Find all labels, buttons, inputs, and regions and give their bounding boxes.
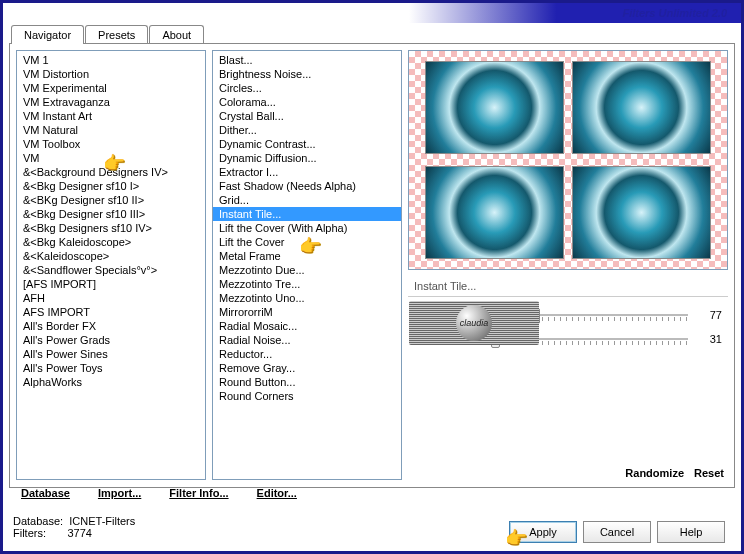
cancel-button[interactable]: Cancel <box>583 521 651 543</box>
list-item[interactable]: VM <box>17 151 205 165</box>
list-item[interactable]: Blast... <box>213 53 401 67</box>
list-item[interactable]: Extractor I... <box>213 165 401 179</box>
list-item[interactable]: All's Power Sines <box>17 347 205 361</box>
list-item[interactable]: Radial Noise... <box>213 333 401 347</box>
list-item[interactable]: VM Natural <box>17 123 205 137</box>
list-item[interactable]: VM Extravaganza <box>17 95 205 109</box>
list-item[interactable]: Brightness Noise... <box>213 67 401 81</box>
preview-tile <box>425 61 564 154</box>
preview-panel <box>408 50 728 270</box>
current-filter-label: Instant Tile... <box>408 276 728 297</box>
reset-link[interactable]: Reset <box>694 467 724 479</box>
list-item[interactable]: AlphaWorks <box>17 375 205 389</box>
list-item[interactable]: Colorama... <box>213 95 401 109</box>
list-item[interactable]: VM Instant Art <box>17 109 205 123</box>
list-item[interactable]: Dynamic Contrast... <box>213 137 401 151</box>
filters-value: 3774 <box>67 527 91 539</box>
list-item[interactable]: Remove Gray... <box>213 361 401 375</box>
list-item[interactable]: &<Bkg Kaleidoscope> <box>17 235 205 249</box>
preview-tile <box>572 61 711 154</box>
list-item[interactable]: All's Border FX <box>17 319 205 333</box>
list-item[interactable]: &<Background Designers IV> <box>17 165 205 179</box>
filter-info-link[interactable]: Filter Info... <box>169 487 228 499</box>
list-item[interactable]: &<Sandflower Specials°v°> <box>17 263 205 277</box>
db-label: Database: <box>13 515 63 527</box>
database-link[interactable]: Database <box>21 487 70 499</box>
randomize-link[interactable]: Randomize <box>625 467 684 479</box>
apply-button[interactable]: Apply <box>509 521 577 543</box>
list-item[interactable]: Mezzotinto Due... <box>213 263 401 277</box>
list-item[interactable]: Dither... <box>213 123 401 137</box>
filters-label: Filters: <box>13 527 46 539</box>
list-item[interactable]: &<BKg Designer sf10 II> <box>17 193 205 207</box>
list-item[interactable]: [AFS IMPORT] <box>17 277 205 291</box>
link-bar: Database Import... Filter Info... Editor… <box>21 487 297 499</box>
tab-content: VM 1 VM Distortion VM Experimental VM Ex… <box>9 43 735 488</box>
list-item[interactable]: MirrororriM <box>213 305 401 319</box>
list-item[interactable]: AFS IMPORT <box>17 305 205 319</box>
list-item[interactable]: Round Button... <box>213 375 401 389</box>
category-list[interactable]: VM 1 VM Distortion VM Experimental VM Ex… <box>16 50 206 480</box>
import-link[interactable]: Import... <box>98 487 141 499</box>
list-item[interactable]: &<Kaleidoscope> <box>17 249 205 263</box>
slider-value: 77 <box>694 309 722 321</box>
list-item[interactable]: Mezzotinto Uno... <box>213 291 401 305</box>
list-item[interactable]: Grid... <box>213 193 401 207</box>
list-item[interactable]: Instant Tile... <box>213 207 401 221</box>
filter-list[interactable]: Blast...Brightness Noise...Circles...Col… <box>212 50 402 480</box>
tab-about[interactable]: About <box>149 25 204 44</box>
list-item[interactable]: Circles... <box>213 81 401 95</box>
list-item[interactable]: AFH <box>17 291 205 305</box>
list-item[interactable]: &<Bkg Designers sf10 IV> <box>17 221 205 235</box>
list-item[interactable]: Lift the Cover (With Alpha) <box>213 221 401 235</box>
list-item[interactable]: &<Bkg Designer sf10 III> <box>17 207 205 221</box>
list-item[interactable]: All's Power Grads <box>17 333 205 347</box>
list-item[interactable]: Radial Mosaic... <box>213 319 401 333</box>
list-item[interactable]: Round Corners <box>213 389 401 403</box>
list-item[interactable]: VM Distortion <box>17 67 205 81</box>
db-value: ICNET-Filters <box>69 515 135 527</box>
preview-checker <box>409 51 727 269</box>
list-item[interactable]: Fast Shadow (Needs Alpha) <box>213 179 401 193</box>
list-item[interactable]: Dynamic Diffusion... <box>213 151 401 165</box>
preview-tile <box>572 166 711 259</box>
slider-value: 31 <box>694 333 722 345</box>
list-item[interactable]: All's Power Toys <box>17 361 205 375</box>
list-item[interactable]: Metal Frame <box>213 249 401 263</box>
list-item[interactable]: &<Bkg Designer sf10 I> <box>17 179 205 193</box>
preview-tile <box>425 166 564 259</box>
title-bar: Filters Unlimited 2.0 <box>3 3 741 23</box>
list-item[interactable]: Mezzotinto Tre... <box>213 277 401 291</box>
help-button[interactable]: Help <box>657 521 725 543</box>
list-item[interactable]: Crystal Ball... <box>213 109 401 123</box>
list-item[interactable]: Reductor... <box>213 347 401 361</box>
list-item[interactable]: VM Toolbox <box>17 137 205 151</box>
watermark: claudia <box>409 301 539 345</box>
tab-navigator[interactable]: Navigator <box>11 25 84 44</box>
footer: Database: ICNET-Filters Filters: 3774 Ap… <box>13 515 731 545</box>
tab-presets[interactable]: Presets <box>85 25 148 44</box>
editor-link[interactable]: Editor... <box>257 487 297 499</box>
list-item[interactable]: VM Experimental <box>17 81 205 95</box>
tab-strip: Navigator Presets About <box>11 25 741 44</box>
list-item[interactable]: Lift the Cover <box>213 235 401 249</box>
list-item[interactable]: VM 1 <box>17 53 205 67</box>
